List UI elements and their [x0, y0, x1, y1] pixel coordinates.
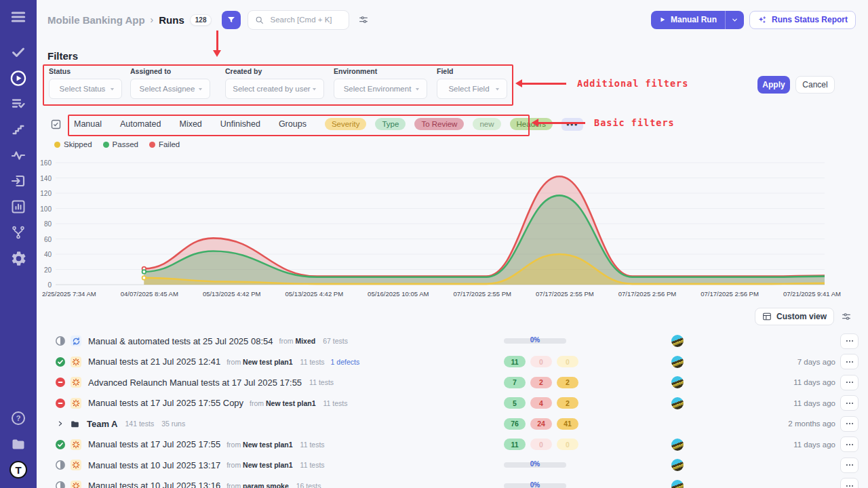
filter-label-assigned-to: Assigned to — [130, 67, 210, 75]
tests-icon[interactable] — [9, 43, 27, 61]
table-row[interactable]: Manual & automated tests at 25 Jul 2025 … — [37, 331, 868, 352]
legend-dot-failed — [149, 142, 155, 148]
tag-severity[interactable]: Severity — [325, 118, 367, 130]
import-icon[interactable] — [9, 172, 27, 190]
run-source: from Mixed — [279, 337, 315, 345]
search-input[interactable] — [269, 15, 342, 24]
defects-link[interactable]: 1 defects — [331, 358, 360, 366]
sparkles-icon — [757, 15, 767, 24]
help-icon[interactable]: ? — [9, 409, 27, 427]
assigned-to-select[interactable]: Select Assignee — [130, 79, 210, 99]
tab-automated[interactable]: Automated — [120, 119, 161, 129]
failed-badge: 2 — [530, 377, 552, 388]
group-row[interactable]: Team A141 tests35 runs7624412 months ago — [37, 413, 868, 434]
run-timestamp: 7 days ago — [797, 358, 835, 366]
run-title[interactable]: Manual tests at 21 Jul 2025 12:41 — [88, 357, 220, 367]
manual-run-icon — [71, 398, 81, 409]
runs-status-report-button[interactable]: Runs Status Report — [749, 11, 856, 29]
assignee-avatar — [671, 439, 684, 451]
manual-run-dropdown[interactable] — [725, 11, 744, 29]
tag-new[interactable]: new — [473, 118, 500, 130]
apply-button[interactable]: Apply — [757, 76, 790, 94]
environment-select[interactable]: Select Environment — [334, 79, 427, 99]
row-menu-button[interactable] — [840, 458, 859, 473]
y-tick-label: 80 — [37, 220, 52, 228]
table-row[interactable]: Manual tests at 17 Jul 2025 17:55 Copyfr… — [37, 393, 868, 414]
created-by-select[interactable]: Select created by user — [225, 79, 324, 99]
tests-count: 67 tests — [323, 337, 348, 345]
row-menu-button[interactable] — [840, 416, 859, 432]
row-menu-button[interactable] — [840, 354, 859, 369]
failed-badge: 4 — [530, 397, 552, 409]
row-menu-button[interactable] — [840, 333, 859, 349]
tab-mixed[interactable]: Mixed — [179, 119, 201, 129]
runs-icon[interactable] — [9, 69, 27, 87]
run-title[interactable]: Manual tests at 10 Jul 2025 13:17 — [88, 460, 220, 470]
branches-icon[interactable] — [9, 224, 27, 241]
skipped-badge: 2 — [557, 377, 578, 388]
view-settings-icon[interactable] — [841, 311, 852, 322]
tests-count: 11 tests — [309, 378, 334, 386]
run-source: from New test plan1 — [226, 441, 292, 449]
skipped-badge: 0 — [557, 439, 578, 450]
tag-to-review[interactable]: To Review — [414, 118, 464, 130]
search-box[interactable] — [248, 10, 349, 30]
group-title[interactable]: Team A — [87, 419, 118, 429]
failed-badge: 24 — [530, 418, 552, 430]
table-row[interactable]: Manual tests at 17 Jul 2025 17:55from Ne… — [37, 434, 868, 455]
run-metrics: 542 — [504, 397, 583, 409]
runs-count-badge: 128 — [190, 14, 212, 26]
row-menu-button[interactable] — [840, 395, 859, 411]
cancel-button[interactable]: Cancel — [795, 76, 835, 94]
more-filters-button[interactable]: ●●● — [561, 118, 583, 131]
custom-view-button[interactable]: Custom view — [755, 308, 834, 325]
app-logo[interactable]: T — [9, 461, 27, 479]
manual-run-split-button: Manual Run — [651, 11, 744, 29]
projects-icon[interactable] — [9, 435, 27, 453]
run-title[interactable]: Manual tests at 17 Jul 2025 17:55 Copy — [88, 398, 243, 408]
tag-headers[interactable]: Headers — [510, 118, 553, 130]
run-title[interactable]: Manual & automated tests at 25 Jul 2025 … — [88, 336, 273, 346]
search-settings-icon[interactable] — [358, 14, 369, 25]
run-title[interactable]: Manual tests at 10 Jul 2025 13:16 — [88, 481, 220, 488]
assignee-avatar — [671, 459, 684, 471]
filter-toggle-button[interactable] — [222, 11, 241, 29]
test-plans-icon[interactable] — [9, 95, 27, 113]
table-row[interactable]: Manual tests at 10 Jul 2025 13:17from Ne… — [37, 455, 868, 476]
menu-icon[interactable] — [9, 8, 27, 26]
run-title[interactable]: Manual tests at 17 Jul 2025 17:55 — [88, 439, 220, 449]
chevron-down-icon — [109, 86, 115, 92]
run-title[interactable]: Advanced Relaunch Manual tests at 17 Jul… — [88, 378, 302, 388]
analytics-icon[interactable] — [9, 198, 27, 216]
pulse-icon[interactable] — [9, 146, 27, 164]
status-passed-icon — [56, 357, 65, 367]
status-select[interactable]: Select Status — [49, 79, 122, 99]
expand-chevron-icon[interactable] — [57, 420, 64, 427]
basic-filters-row: ManualAutomatedMixedUnfinishedGroups Sev… — [50, 115, 583, 134]
bulk-edit-icon[interactable] — [50, 119, 62, 130]
tab-unfinished[interactable]: Unfinished — [220, 119, 260, 129]
manual-run-button[interactable]: Manual Run — [651, 11, 725, 29]
row-menu-button[interactable] — [840, 478, 859, 488]
tag-type[interactable]: Type — [375, 118, 406, 130]
field-select[interactable]: Select Field — [437, 79, 507, 99]
breadcrumb-project[interactable]: Mobile Banking App — [47, 14, 145, 26]
assignee-avatar — [671, 335, 684, 347]
filter-label-environment: Environment — [334, 67, 427, 75]
tab-manual[interactable]: Manual — [74, 119, 102, 129]
tab-groups[interactable]: Groups — [279, 119, 307, 129]
chevron-down-icon — [197, 86, 203, 92]
x-tick-label: 07/17/2025 2:56 PM — [701, 290, 759, 298]
table-row[interactable]: Advanced Relaunch Manual tests at 17 Jul… — [37, 372, 868, 393]
x-tick-label: 05/13/2025 4:42 PM — [203, 290, 261, 298]
table-row[interactable]: Manual tests at 10 Jul 2025 13:16from pa… — [37, 476, 868, 488]
row-menu-button[interactable] — [840, 375, 859, 390]
custom-view-label: Custom view — [776, 312, 827, 321]
row-menu-button[interactable] — [840, 436, 859, 452]
steps-icon[interactable] — [9, 121, 27, 138]
legend-dot-passed — [103, 142, 109, 148]
selected-value: Select Assignee — [137, 85, 197, 93]
settings-icon[interactable] — [9, 249, 27, 267]
table-row[interactable]: Manual tests at 21 Jul 2025 12:41from Ne… — [37, 352, 868, 373]
y-tick-label: 40 — [37, 251, 52, 258]
